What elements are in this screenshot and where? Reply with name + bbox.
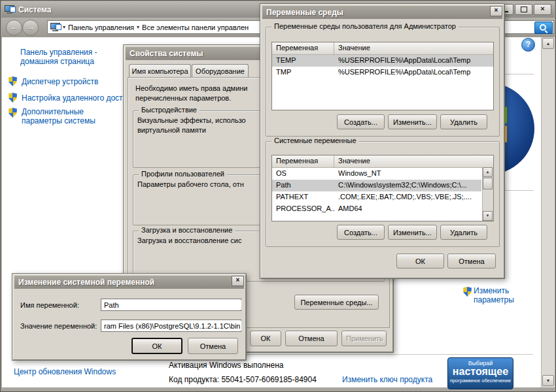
cancel-button[interactable]: Отмена	[285, 331, 338, 346]
table-header[interactable]: Переменная Значение	[272, 42, 493, 55]
activation-status: Активация Windows выполнена	[169, 361, 283, 370]
close-icon[interactable]: ×	[232, 276, 244, 286]
chevron-down-icon[interactable]: ▾	[63, 24, 65, 30]
performance-group-title: Быстродействие	[139, 106, 200, 114]
startup-recovery-text: Загрузка и восстановление сис	[137, 237, 241, 244]
user-variables-group-title: Переменные среды пользователя для Админи…	[271, 22, 459, 30]
table-row[interactable]: PROCESSOR_A... AMD64	[272, 203, 493, 215]
maximize-button[interactable]	[515, 4, 532, 15]
cell-value[interactable]: %USERPROFILE%\AppData\Local\Temp	[334, 67, 493, 78]
system-variables-group-title: Системные переменные	[271, 137, 359, 144]
admin-rights-note-line2: перечисленных параметров.	[135, 94, 231, 102]
system-variables-table[interactable]: Переменная Значение OS Windows_NT Path C…	[271, 155, 494, 221]
forward-button[interactable]: →	[22, 20, 39, 36]
user-profiles-group-title: Профили пользователей	[139, 170, 227, 178]
cell-variable[interactable]: PATHEXT	[272, 191, 334, 203]
breadcrumb-root[interactable]: Панель управления	[68, 24, 134, 31]
column-value[interactable]: Значение	[334, 155, 493, 167]
badge-line2: настоящее	[448, 367, 513, 377]
cell-variable[interactable]: TEMP	[272, 55, 334, 67]
table-row[interactable]: TEMP %USERPROFILE%\AppData\Local\Temp	[272, 55, 493, 67]
close-button[interactable]: ×	[534, 4, 551, 15]
edit-system-variable-button[interactable]: Изменить...	[388, 225, 437, 240]
edit-system-variable-dialog: Изменение системной переменной × Имя пер…	[12, 273, 247, 361]
user-variables-table[interactable]: Переменная Значение TEMP %USERPROFILE%\A…	[271, 42, 494, 110]
cell-value[interactable]: Windows_NT	[334, 168, 493, 180]
system-variables-group: Системные переменные Переменная Значение…	[266, 141, 500, 247]
cell-variable[interactable]: PROCESSOR_A...	[272, 203, 334, 215]
table-header[interactable]: Переменная Значение	[272, 155, 493, 168]
column-variable[interactable]: Переменная	[272, 42, 334, 54]
performance-text-line2: виртуальной памяти	[137, 126, 206, 134]
table-row[interactable]: TMP %USERPROFILE%\AppData\Local\Temp	[272, 67, 493, 78]
cell-value[interactable]: C:\Windows\system32;C:\Windows;C:\...	[334, 180, 481, 191]
uac-shield-icon	[463, 287, 472, 297]
user-variables-group: Переменные среды пользователя для Админи…	[266, 27, 500, 137]
sidebar-item-advanced-settings[interactable]: Дополнительные параметры системы	[22, 107, 125, 125]
scrollbar-thumb[interactable]	[483, 178, 493, 189]
section-divider	[504, 190, 534, 191]
environment-variables-dialog: Переменные среды × Переменные среды поль…	[260, 3, 505, 279]
scroll-down-icon[interactable]: ▼	[483, 211, 493, 221]
variable-name-input[interactable]	[102, 300, 241, 310]
ok-button[interactable]: ОК	[396, 253, 444, 269]
sidebar-item-home[interactable]: Панель управления - домашняя страница	[20, 48, 124, 66]
chevron-down-icon[interactable]: ▾	[137, 24, 139, 30]
cell-variable[interactable]: TMP	[272, 67, 334, 78]
windows-update-link[interactable]: Центр обновления Windows	[14, 367, 116, 376]
badge-line3: программное обеспечение	[448, 378, 513, 384]
cell-variable[interactable]: OS	[272, 168, 334, 180]
variable-value-input[interactable]	[102, 321, 241, 331]
cell-value[interactable]: AMD64	[334, 203, 493, 215]
column-value[interactable]: Значение	[334, 42, 493, 54]
delete-user-variable-button[interactable]: Удалить	[440, 114, 487, 129]
variable-name-label: Имя переменной:	[20, 301, 79, 309]
sidebar-item-remote-access[interactable]: Настройка удаленного доступа	[22, 93, 124, 103]
environment-variables-button[interactable]: Переменные среды...	[294, 295, 379, 310]
delete-system-variable-button[interactable]: Удалить	[440, 225, 487, 240]
new-user-variable-button[interactable]: Создать...	[337, 114, 385, 129]
sidebar-item-device-manager[interactable]: Диспетчер устройств	[22, 77, 98, 86]
table-row[interactable]: PATHEXT .COM;.EXE;.BAT;.CMD;.VBS;.VBE;.J…	[272, 191, 493, 203]
table-row[interactable]: Path C:\Windows\system32;C:\Windows;C:\.…	[272, 180, 481, 191]
desktop: Система × ← → ▾ Панель управления ▾ Все …	[0, 0, 556, 392]
search-button[interactable]	[534, 22, 553, 34]
cell-variable[interactable]: Path	[272, 180, 334, 191]
window-title: Система	[18, 5, 52, 14]
table-row[interactable]: OS Windows_NT	[272, 168, 493, 180]
cancel-button[interactable]: Отмена	[188, 338, 238, 354]
cell-value[interactable]: %USERPROFILE%\AppData\Local\Temp	[334, 55, 493, 67]
change-product-key-link[interactable]: Изменить ключ продукта	[342, 375, 432, 384]
close-icon[interactable]: ×	[490, 6, 502, 16]
back-button[interactable]: ←	[6, 20, 22, 36]
uac-shield-icon	[9, 108, 17, 118]
product-id-label: Код продукта:	[169, 375, 219, 384]
product-id-row: Код продукта: 55041-507-6069185-84904	[169, 375, 317, 384]
edit-user-variable-button[interactable]: Изменить...	[388, 114, 437, 129]
genuine-software-badge: Выбирай настоящее программное обеспечени…	[447, 357, 513, 389]
table-scrollbar[interactable]: ▲ ▼	[482, 167, 493, 221]
uac-shield-icon	[9, 76, 17, 86]
breadcrumb-icon	[50, 23, 60, 31]
scroll-up-icon[interactable]: ▲	[483, 167, 493, 177]
apply-button: Применить	[341, 331, 387, 346]
help-icon[interactable]: ?	[521, 38, 535, 52]
dialog-title-bar[interactable]: Изменение системной переменной	[14, 276, 244, 289]
tab-computer-name[interactable]: Имя компьютера	[129, 64, 191, 78]
cancel-button[interactable]: Отмена	[447, 253, 496, 269]
ok-button[interactable]: ОК	[131, 338, 182, 354]
product-id-value: 55041-507-6069185-84904	[221, 375, 316, 384]
uac-shield-icon	[9, 93, 17, 103]
new-system-variable-button[interactable]: Создать...	[337, 225, 385, 240]
scroll-up-icon[interactable]: ▲	[542, 38, 554, 49]
tab-hardware[interactable]: Оборудование	[192, 64, 249, 78]
vertical-scrollbar[interactable]: ▲ ▼	[541, 37, 555, 387]
dialog-title-bar[interactable]: Переменные среды	[262, 6, 502, 19]
variable-value-field-wrap	[101, 319, 241, 332]
ok-button[interactable]: ОК	[250, 331, 281, 346]
change-settings-link[interactable]: Изменить параметры	[474, 286, 518, 304]
breadcrumb-current[interactable]: Все элементы панели управлен	[142, 24, 249, 31]
column-variable[interactable]: Переменная	[272, 155, 334, 167]
cell-value[interactable]: .COM;.EXE;.BAT;.CMD;.VBS;.VBE;.JS;....	[334, 191, 493, 203]
scroll-down-icon[interactable]: ▼	[542, 375, 554, 386]
